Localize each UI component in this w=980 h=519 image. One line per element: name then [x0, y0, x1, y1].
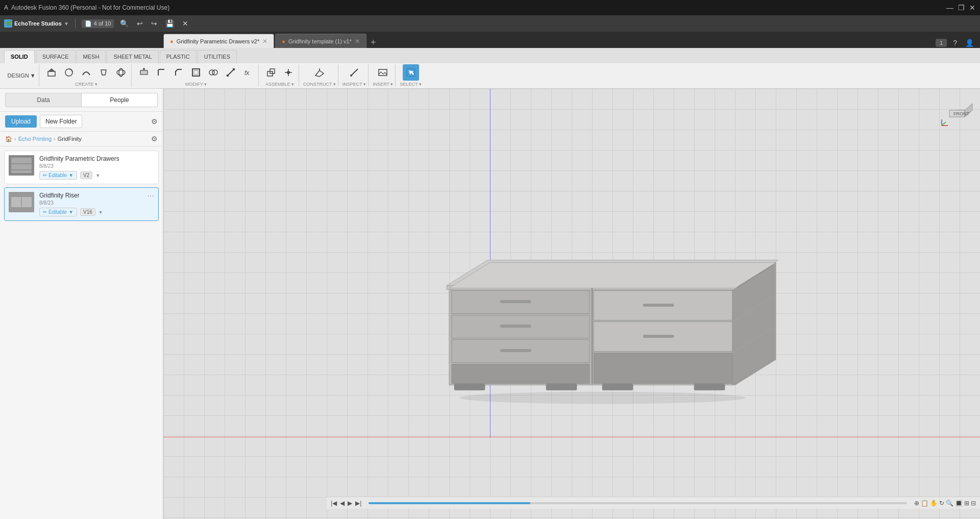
titlebar: A Autodesk Fusion 360 (Personal - Not fo…: [0, 0, 980, 15]
tab-gridfinity-template[interactable]: ● Gridfinity template (1) v1* ✕: [275, 34, 366, 48]
playback-bar: |◀ ◀ ▶ ▶| ⊕ 📋 ✋ ↻ 🔍 🔳 ⊞ ⊟: [327, 497, 980, 509]
svg-line-69: [942, 122, 946, 126]
viewport[interactable]: FRONT |◀ ◀ ▶ ▶| ⊕ 📋 ✋ ↻ 🔍 🔳: [163, 89, 980, 519]
search-button[interactable]: 🔍: [118, 18, 131, 29]
modify-scale-button[interactable]: [223, 64, 239, 81]
breadcrumb-parent[interactable]: Echo Printing: [18, 136, 52, 142]
playback-end-button[interactable]: ▶|: [355, 500, 361, 507]
viewport-orbit-button[interactable]: ✋: [930, 500, 938, 507]
breadcrumb-settings-button[interactable]: ⚙: [151, 135, 158, 143]
insert-image-button[interactable]: [375, 64, 391, 81]
svg-rect-9: [192, 69, 200, 76]
toolbar-group-assemble: ASSEMBLE ▾: [261, 64, 299, 87]
create-revolve-button[interactable]: [61, 64, 77, 81]
sidebar-item-riser[interactable]: Gridfinity Riser 8/8/23 ✏ Editable ▼ V16…: [4, 187, 159, 221]
svg-text:FRONT: FRONT: [953, 111, 969, 116]
sidebar-tab-data[interactable]: Data: [5, 93, 82, 107]
select-button[interactable]: [403, 64, 419, 81]
viewport-fit-button[interactable]: 🔍: [946, 500, 953, 507]
item-version-drawers[interactable]: V2: [80, 171, 92, 179]
breadcrumb-sep-1: ›: [14, 136, 16, 142]
version-arrow-drawers[interactable]: ▼: [95, 173, 100, 178]
undo-button[interactable]: ↩: [135, 18, 145, 29]
ttab-plastic[interactable]: PLASTIC: [160, 50, 197, 63]
ttab-sheet-metal[interactable]: SHEET METAL: [107, 50, 158, 63]
help-button[interactable]: ?: [951, 38, 959, 48]
toolbar-group-create: CREATE ▾: [41, 64, 132, 87]
close-button[interactable]: ✕: [969, 4, 976, 11]
badge-arrow[interactable]: ▼: [68, 172, 74, 178]
select-group-label: SELECT ▾: [400, 82, 421, 87]
title-left: A Autodesk Fusion 360 (Personal - Not fo…: [4, 4, 169, 11]
tab-close-1[interactable]: ✕: [262, 38, 267, 45]
viewport-pan-button[interactable]: 📋: [921, 500, 928, 507]
timeline-bar[interactable]: [369, 502, 907, 504]
item-badge-drawers: ✏ Editable ▼: [39, 171, 77, 180]
profile-button[interactable]: 👤: [963, 38, 976, 48]
design-label: DESIGN: [7, 72, 29, 79]
design-dropdown-button[interactable]: DESIGN ▼: [6, 67, 37, 84]
brand-icon: 🌿: [4, 19, 12, 28]
create-extrude-button[interactable]: [43, 64, 60, 81]
upload-button[interactable]: Upload: [5, 115, 37, 128]
assemble-group-label: ASSEMBLE ▾: [265, 82, 294, 87]
sidebar-settings-button[interactable]: ⚙: [151, 117, 158, 126]
notification-button[interactable]: 1: [936, 39, 947, 47]
playback-start-button[interactable]: |◀: [331, 500, 337, 507]
assemble-new-component-button[interactable]: [263, 64, 279, 81]
create-loft-button[interactable]: [95, 64, 112, 81]
create-buttons: [43, 64, 129, 81]
redo-button[interactable]: ↪: [149, 18, 159, 29]
item-menu-riser[interactable]: ⋯: [147, 192, 154, 200]
tab-close-2[interactable]: ✕: [355, 38, 360, 45]
playback-prev-button[interactable]: ◀: [340, 500, 345, 507]
minimize-button[interactable]: —: [946, 4, 953, 11]
ttab-solid[interactable]: SOLID: [4, 50, 35, 63]
viewport-display-button[interactable]: 🔳: [955, 500, 963, 507]
assemble-joint-button[interactable]: [280, 64, 297, 81]
viewport-grid-button[interactable]: ⊞: [964, 500, 969, 507]
badge-arrow-2[interactable]: ▼: [68, 209, 74, 215]
tab-icon: ●: [170, 38, 174, 44]
brand-dropdown-icon[interactable]: ▼: [64, 21, 69, 27]
version-arrow-riser[interactable]: ▼: [99, 210, 103, 215]
viewport-more-button[interactable]: ⊟: [971, 500, 976, 507]
create-sculpt-button[interactable]: [113, 64, 129, 81]
new-folder-button[interactable]: New Folder: [40, 115, 82, 128]
viewcube[interactable]: FRONT: [939, 94, 975, 130]
svg-marker-3: [101, 70, 106, 75]
playback-play-button[interactable]: ▶: [348, 500, 352, 507]
modify-combine-button[interactable]: [205, 64, 222, 81]
save-button[interactable]: 💾: [163, 18, 176, 29]
viewport-zoom-button[interactable]: ↻: [939, 500, 944, 507]
sidebar-item-drawers[interactable]: Gridfinity Parametric Drawers 8/8/23 ✏ E…: [4, 151, 159, 184]
svg-rect-44: [452, 364, 590, 383]
ttab-surface[interactable]: SURFACE: [36, 50, 76, 63]
modify-fillet-button[interactable]: [153, 64, 169, 81]
viewport-orient-button[interactable]: ⊕: [914, 500, 919, 507]
modify-fx-button[interactable]: fx: [240, 64, 256, 81]
add-tab-button[interactable]: +: [368, 37, 379, 48]
home-icon[interactable]: 🏠: [5, 136, 12, 142]
insert-buttons: [375, 64, 391, 81]
sidebar-tab-bar: Data People: [0, 89, 163, 112]
modify-shell-button[interactable]: [188, 64, 204, 81]
sidebar-tab-people[interactable]: People: [82, 93, 158, 107]
insert-group-label: INSERT ▾: [373, 82, 393, 87]
svg-rect-47: [594, 353, 732, 383]
ttab-mesh[interactable]: MESH: [77, 50, 106, 63]
item-info-riser: Gridfinity Riser 8/8/23 ✏ Editable ▼ V16…: [39, 192, 142, 216]
modify-press-pull-button[interactable]: [136, 64, 152, 81]
svg-rect-50: [500, 349, 531, 352]
create-sweep-button[interactable]: [78, 64, 94, 81]
maximize-button[interactable]: ❐: [958, 4, 965, 11]
item-version-riser[interactable]: V16: [80, 208, 95, 216]
close-file-button[interactable]: ✕: [180, 18, 190, 29]
construct-plane-button[interactable]: [311, 64, 328, 81]
tab-gridfinity-drawers[interactable]: ● Gridfinity Parametric Drawers v2* ✕: [163, 34, 274, 48]
ttab-utilities[interactable]: UTILITIES: [198, 50, 237, 63]
item-name-riser: Gridfinity Riser: [39, 192, 142, 199]
main-layout: Data People Upload New Folder ⚙ 🏠 › Echo…: [0, 89, 980, 519]
modify-chamfer-button[interactable]: [170, 64, 187, 81]
inspect-measure-button[interactable]: [346, 64, 362, 81]
